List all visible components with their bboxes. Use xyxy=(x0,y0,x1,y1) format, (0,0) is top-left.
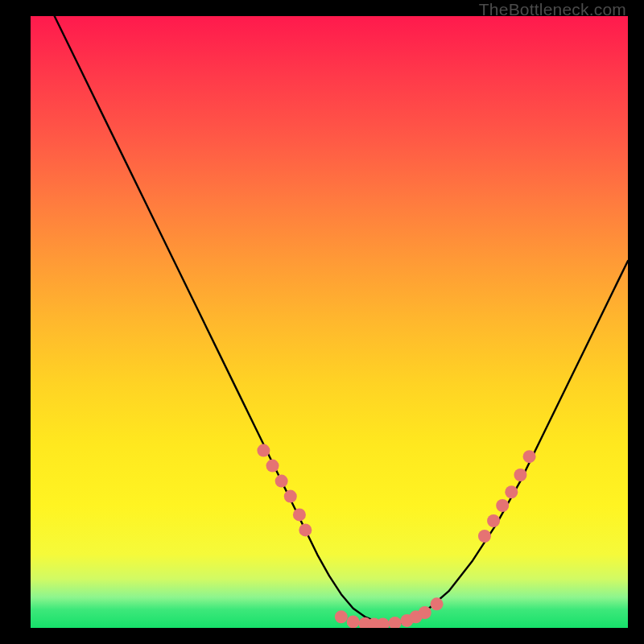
data-marker xyxy=(299,523,312,536)
data-marker xyxy=(389,617,402,628)
data-marker xyxy=(487,514,500,527)
data-marker xyxy=(514,469,526,481)
chart-frame: TheBottleneck.com xyxy=(0,0,644,644)
data-marker xyxy=(377,617,390,628)
data-marker xyxy=(275,475,288,488)
data-marker xyxy=(293,508,306,521)
data-marker xyxy=(505,485,518,498)
watermark-text: TheBottleneck.com xyxy=(479,0,626,19)
data-marker xyxy=(284,490,297,503)
data-marker xyxy=(419,606,431,619)
data-marker xyxy=(347,615,360,628)
data-marker xyxy=(266,460,279,473)
data-marker xyxy=(496,499,509,512)
data-marker xyxy=(257,444,270,457)
curve-path xyxy=(55,16,628,624)
bottleneck-curve-chart xyxy=(31,16,628,628)
data-marker xyxy=(478,530,491,543)
plot-area xyxy=(31,16,628,628)
data-marker xyxy=(431,597,444,610)
data-marker xyxy=(335,610,348,623)
data-marker xyxy=(523,450,536,463)
